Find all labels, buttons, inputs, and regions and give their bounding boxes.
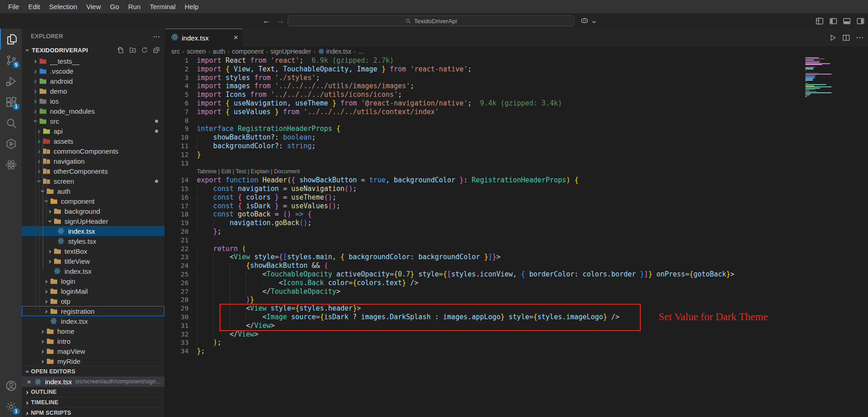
folder-component-row[interactable]: ›component — [22, 196, 165, 206]
breadcrumb-item-screen[interactable]: screen — [187, 48, 206, 55]
section-outline[interactable]: ›OUTLINE — [22, 387, 165, 397]
breadcrumb-item-indextsx[interactable]: index.tsx — [326, 48, 351, 55]
menu-item-view[interactable]: View — [82, 0, 105, 13]
folder-android-row[interactable]: ›android — [22, 76, 165, 86]
code-token: const — [213, 210, 234, 218]
codelens-actions[interactable]: Tabnine | Edit | Test | Explain | Docume… — [165, 167, 868, 176]
code-token: } — [275, 193, 279, 201]
views-more-actions-icon[interactable]: ⋯ — [153, 32, 160, 41]
code-token: from — [254, 74, 270, 82]
activity-preview-icon[interactable] — [0, 133, 22, 154]
folder-ios-row[interactable]: ›ios — [22, 96, 165, 106]
folder-api-row[interactable]: ›api — [22, 126, 165, 136]
code-token: isDark — [324, 313, 349, 321]
folder-nodemodules-row[interactable]: ›node_modules — [22, 106, 165, 116]
breadcrumb-item-src[interactable]: src — [171, 48, 180, 55]
menu-item-file[interactable]: File — [4, 0, 24, 13]
code-token: > — [496, 253, 500, 261]
code-token — [234, 202, 238, 210]
run-file-icon[interactable] — [828, 34, 837, 42]
menu-item-terminal[interactable]: Terminal — [145, 0, 180, 13]
folder-otp-row[interactable]: ›otp — [22, 296, 165, 306]
folder-assets-row[interactable]: ›assets — [22, 136, 165, 146]
customize-layout-icon[interactable] — [814, 16, 824, 26]
tab-index-tsx[interactable]: index.tsx × — [165, 29, 243, 46]
folder-myRide-row[interactable]: ›myRide — [22, 356, 165, 366]
folder-auth-row[interactable]: ›auth — [22, 186, 165, 196]
menu-item-edit[interactable]: Edit — [24, 0, 45, 13]
breadcrumb-item-auth[interactable]: auth — [213, 48, 225, 55]
activity-accounts-icon[interactable] — [0, 375, 22, 396]
breadcrumb-item-[interactable]: ... — [358, 48, 364, 55]
minimap[interactable] — [805, 57, 832, 98]
activity-source-control-icon[interactable]: 5 — [0, 50, 22, 70]
activity-extensions-icon[interactable]: 1 — [0, 91, 22, 112]
split-editor-icon[interactable] — [842, 34, 850, 42]
menu-item-run[interactable]: Run — [124, 0, 145, 13]
code-token: . — [312, 253, 316, 261]
open-editor-item[interactable]: ×index.tsxsrc/screen/auth/component/sign… — [22, 377, 165, 387]
activity-search-icon[interactable] — [0, 112, 22, 133]
menu-item-go[interactable]: Go — [105, 0, 124, 13]
folder-vscode-row[interactable]: ›.vscode — [22, 66, 165, 76]
back-arrow-icon[interactable]: ← — [263, 16, 270, 25]
new-file-icon[interactable] — [116, 45, 125, 55]
folder-demo-row[interactable]: ›demo — [22, 86, 165, 96]
folder-loginMail-row[interactable]: ›loginMail — [22, 286, 165, 296]
folder-src-row[interactable]: ›src — [22, 116, 165, 126]
code-token: appLogo — [472, 313, 500, 321]
folder-signUpHeader-row[interactable]: ›signUpHeader — [22, 216, 165, 226]
file-indextsx-row[interactable]: ›index.tsx — [22, 316, 165, 326]
section-open-editors[interactable]: ›OPEN EDITORS — [22, 366, 165, 377]
toggle-secondary-sidebar-icon[interactable] — [855, 16, 865, 26]
breadcrumb-separator-icon: › — [182, 48, 185, 55]
section-npm-scripts[interactable]: ›NPM SCRIPTS — [22, 407, 165, 417]
project-root-row[interactable]: › TEXIDODRIVERAPI — [22, 44, 165, 56]
folder-mapView-row[interactable]: ›mapView — [22, 346, 165, 356]
copilot-menu[interactable] — [580, 16, 598, 27]
toggle-primary-sidebar-icon[interactable] — [828, 16, 838, 26]
activity-react-native-tools-icon[interactable] — [0, 154, 22, 175]
file-stylestsx-row[interactable]: ›styles.tsx — [22, 236, 165, 246]
code-line-text: <TouchableOpacity activeOpacity={0.7} st… — [197, 270, 734, 279]
folder-titleView-row[interactable]: ›titleView — [22, 256, 165, 266]
line-number: 2 — [165, 65, 189, 74]
section-timeline[interactable]: ›TIMELINE — [22, 397, 165, 407]
toggle-panel-icon[interactable] — [842, 16, 852, 26]
menu-item-help[interactable]: Help — [180, 0, 203, 13]
folder-intro-row[interactable]: ›intro — [22, 336, 165, 346]
activity-settings-icon[interactable]: 1 — [0, 396, 22, 417]
activity-explorer-icon[interactable] — [0, 29, 22, 50]
collapse-folders-icon[interactable] — [152, 45, 161, 55]
folder-commonComponents-row[interactable]: ›commonComponents — [22, 146, 165, 156]
code-token: backgroundColor — [213, 142, 274, 150]
more-actions-icon[interactable]: ⋯ — [856, 33, 863, 42]
close-icon[interactable]: × — [25, 378, 33, 386]
folder-otherComponents-row[interactable]: ›otherComponents — [22, 166, 165, 176]
folder-login-row[interactable]: ›login — [22, 276, 165, 286]
folder-background-row[interactable]: ›background — [22, 206, 165, 216]
menu-item-selection[interactable]: Selection — [45, 0, 82, 13]
folder-home-row[interactable]: ›home — [22, 326, 165, 336]
code-token: 'react' — [271, 56, 299, 65]
folder-registration-row[interactable]: ›registration — [22, 306, 165, 316]
activity-run-and-debug-icon[interactable] — [0, 70, 22, 91]
refresh-explorer-icon[interactable] — [140, 45, 149, 55]
minimap-line — [805, 91, 817, 92]
folder-screen-row[interactable]: ›screen — [22, 176, 165, 186]
close-tab-icon[interactable]: × — [234, 33, 238, 42]
code-token — [332, 125, 336, 133]
breadcrumb-item-component[interactable]: component — [232, 48, 264, 55]
folder-textBox-row[interactable]: ›textBox — [22, 246, 165, 256]
file-indextsx-row[interactable]: ›index.tsx — [22, 226, 165, 236]
code-token: </ — [262, 287, 270, 296]
folder-navigation-row[interactable]: ›navigation — [22, 156, 165, 166]
command-center-search[interactable]: TexidoDriverApi — [288, 15, 574, 26]
code-editor[interactable]: 1import React from 'react'; 6.9k (gzippe… — [165, 56, 868, 417]
breadcrumb-item-signUpHeader[interactable]: signUpHeader — [270, 48, 311, 55]
code-token: 9.4k (gzipped: 3.4k) — [472, 99, 562, 107]
new-folder-icon[interactable] — [128, 45, 137, 55]
file-indextsx-row[interactable]: ›index.tsx — [22, 266, 165, 276]
folder-tests-row[interactable]: ›__tests__ — [22, 56, 165, 66]
forward-arrow-icon[interactable]: → — [277, 16, 284, 25]
